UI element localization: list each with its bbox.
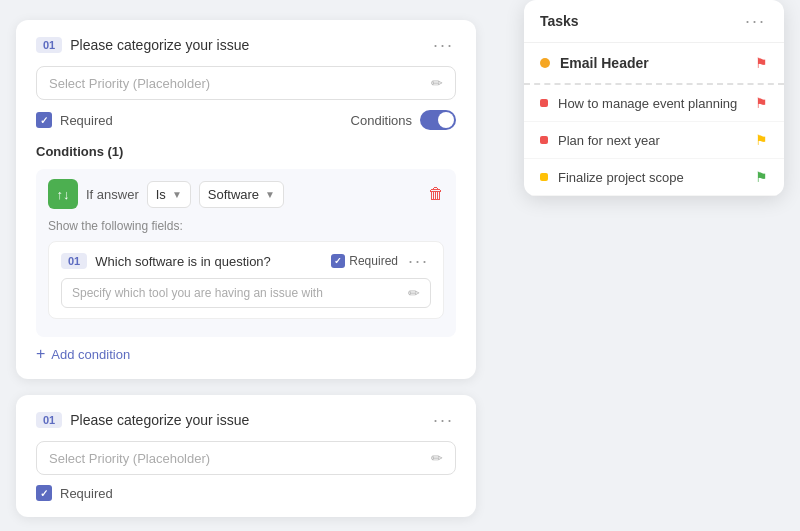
email-header-title: Email Header xyxy=(560,55,745,71)
conditions-label: Conditions xyxy=(351,113,412,128)
condition-line: ↑↓ If answer Is ▼ Software ▼ 🗑 xyxy=(48,179,444,209)
sub-required-checkbox[interactable] xyxy=(331,254,345,268)
add-condition-row[interactable]: + Add condition xyxy=(36,345,456,363)
task-item-2[interactable]: Plan for next year ⚑ xyxy=(524,122,784,159)
task-flag-icon-1: ⚑ xyxy=(755,95,768,111)
operator-value: Is xyxy=(156,187,166,202)
required-left: Required xyxy=(36,112,113,128)
sub-edit-icon: ✏ xyxy=(408,285,420,301)
priority-input[interactable]: Select Priority (Placeholder) ✏ xyxy=(36,66,456,100)
condition-operator-select[interactable]: Is ▼ xyxy=(147,181,191,208)
condition-icon: ↑↓ xyxy=(48,179,78,209)
required-checkbox[interactable] xyxy=(36,112,52,128)
sub-placeholder-text: Specify which tool you are having an iss… xyxy=(72,286,323,300)
tasks-menu-button[interactable]: ··· xyxy=(743,12,768,30)
card-2-menu-button[interactable]: ··· xyxy=(431,411,456,429)
task-text-3: Finalize project scope xyxy=(558,170,745,185)
card-2-required-row: Required xyxy=(36,485,456,501)
required-row: Required Conditions xyxy=(36,110,456,130)
conditions-section: Conditions (1) ↑↓ If answer Is ▼ Softwar… xyxy=(36,144,456,363)
task-dot-3 xyxy=(540,173,548,181)
task-dot-2 xyxy=(540,136,548,144)
edit-icon: ✏ xyxy=(431,75,443,91)
card-2-required-checkbox[interactable] xyxy=(36,485,52,501)
sub-card-right: Required ··· xyxy=(331,252,431,270)
condition-value: Software xyxy=(208,187,259,202)
sub-card: 01 Which software is in question? Requir… xyxy=(48,241,444,319)
conditions-title: Conditions (1) xyxy=(36,144,456,159)
card-menu-button[interactable]: ··· xyxy=(431,36,456,54)
email-header-flag-icon: ⚑ xyxy=(755,55,768,71)
chevron-down-icon-2: ▼ xyxy=(265,189,275,200)
card-2-header: 01 Please categorize your issue ··· xyxy=(36,411,456,429)
tasks-panel: Tasks ··· Email Header ⚑ How to manage e… xyxy=(524,0,784,196)
card-2-title: Please categorize your issue xyxy=(70,412,249,428)
show-fields-text: Show the following fields: xyxy=(48,219,444,233)
condition-if-label: If answer xyxy=(86,187,139,202)
delete-condition-button[interactable]: 🗑 xyxy=(428,185,444,203)
card-2-title-group: 01 Please categorize your issue xyxy=(36,412,249,428)
conditions-right: Conditions xyxy=(351,110,456,130)
chevron-down-icon: ▼ xyxy=(172,189,182,200)
email-header-item: Email Header ⚑ xyxy=(524,43,784,85)
sub-placeholder-input[interactable]: Specify which tool you are having an iss… xyxy=(61,278,431,308)
card-1-header: 01 Please categorize your issue ··· xyxy=(36,36,456,54)
sub-required-label: Required xyxy=(349,254,398,268)
sub-card-left: 01 Which software is in question? xyxy=(61,253,271,269)
conditions-toggle[interactable] xyxy=(420,110,456,130)
plus-icon: + xyxy=(36,345,45,363)
task-item-3[interactable]: Finalize project scope ⚑ xyxy=(524,159,784,196)
task-item-1[interactable]: How to manage event planning ⚑ xyxy=(524,85,784,122)
sub-card-title: Which software is in question? xyxy=(95,254,271,269)
card-1: 01 Please categorize your issue ··· Sele… xyxy=(16,20,476,379)
card-2-edit-icon: ✏ xyxy=(431,450,443,466)
card-2-priority-input[interactable]: Select Priority (Placeholder) ✏ xyxy=(36,441,456,475)
task-flag-icon-3: ⚑ xyxy=(755,169,768,185)
sub-card-menu-button[interactable]: ··· xyxy=(406,252,431,270)
card-title: Please categorize your issue xyxy=(70,37,249,53)
step-badge: 01 xyxy=(36,37,62,53)
email-dot-icon xyxy=(540,58,550,68)
tasks-header: Tasks ··· xyxy=(524,0,784,43)
add-condition-label: Add condition xyxy=(51,347,130,362)
priority-placeholder: Select Priority (Placeholder) xyxy=(49,76,210,91)
condition-row: ↑↓ If answer Is ▼ Software ▼ 🗑 Show the … xyxy=(36,169,456,337)
sub-step-badge: 01 xyxy=(61,253,87,269)
card-2: 01 Please categorize your issue ··· Sele… xyxy=(16,395,476,517)
card-2-placeholder: Select Priority (Placeholder) xyxy=(49,451,210,466)
card-2-step-badge: 01 xyxy=(36,412,62,428)
task-dot-1 xyxy=(540,99,548,107)
tasks-title: Tasks xyxy=(540,13,579,29)
condition-value-select[interactable]: Software ▼ xyxy=(199,181,284,208)
required-label: Required xyxy=(60,113,113,128)
task-text-2: Plan for next year xyxy=(558,133,745,148)
card-2-required-label: Required xyxy=(60,486,113,501)
card-title-group: 01 Please categorize your issue xyxy=(36,37,249,53)
task-text-1: How to manage event planning xyxy=(558,96,745,111)
sub-required-badge: Required xyxy=(331,254,398,268)
sub-card-header: 01 Which software is in question? Requir… xyxy=(61,252,431,270)
task-flag-icon-2: ⚑ xyxy=(755,132,768,148)
